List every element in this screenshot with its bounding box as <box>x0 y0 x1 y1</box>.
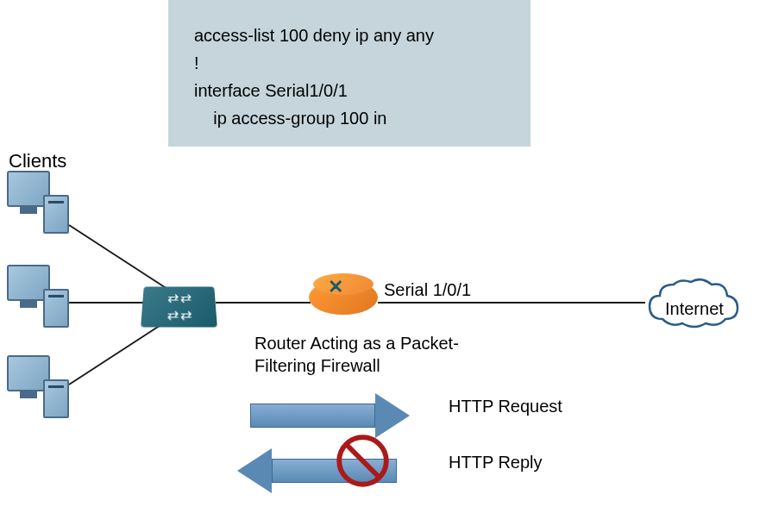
config-line-2: ! <box>194 49 505 77</box>
router-caption: Router Acting as a Packet- Filtering Fir… <box>254 332 459 377</box>
internet-cloud-icon: Internet <box>641 272 744 344</box>
internet-label: Internet <box>665 299 724 319</box>
link-client2-switch <box>69 302 147 304</box>
router-top-icon <box>313 273 374 295</box>
svg-line-1 <box>347 445 378 476</box>
tower-icon <box>43 289 69 328</box>
config-code-box: access-list 100 deny ip any any ! interf… <box>168 0 531 147</box>
clients-label: Clients <box>9 150 66 172</box>
switch-arrows-icon: ⇄⇄ ⇄⇄ <box>166 291 192 323</box>
arrow-body-icon <box>250 404 375 428</box>
config-line-3: interface Serial1/0/1 <box>194 77 505 104</box>
http-reply-label: HTTP Reply <box>449 453 543 473</box>
router-body-icon: ✕ <box>309 280 378 315</box>
router-icon: ✕ <box>309 280 378 323</box>
http-request-arrow <box>250 393 410 438</box>
prohibit-icon <box>335 433 391 489</box>
link-router-internet <box>378 302 645 304</box>
config-line-4: ip access-group 100 in <box>194 104 505 132</box>
client-pc-2 <box>7 265 67 325</box>
arrow-head-right-icon <box>375 393 410 438</box>
link-switch-router <box>216 302 311 304</box>
config-line-1: access-list 100 deny ip any any <box>194 22 505 49</box>
interface-label: Serial 1/0/1 <box>384 280 471 300</box>
tower-icon <box>43 195 69 234</box>
router-arrows-icon: ✕ <box>328 276 343 298</box>
network-switch-icon: ⇄⇄ ⇄⇄ <box>141 286 217 327</box>
link-client1-switch <box>68 224 174 294</box>
http-request-label: HTTP Request <box>449 397 562 416</box>
arrow-head-left-icon <box>237 448 272 493</box>
client-pc-1 <box>7 171 67 231</box>
client-pc-3 <box>7 355 67 416</box>
tower-icon <box>43 379 69 418</box>
